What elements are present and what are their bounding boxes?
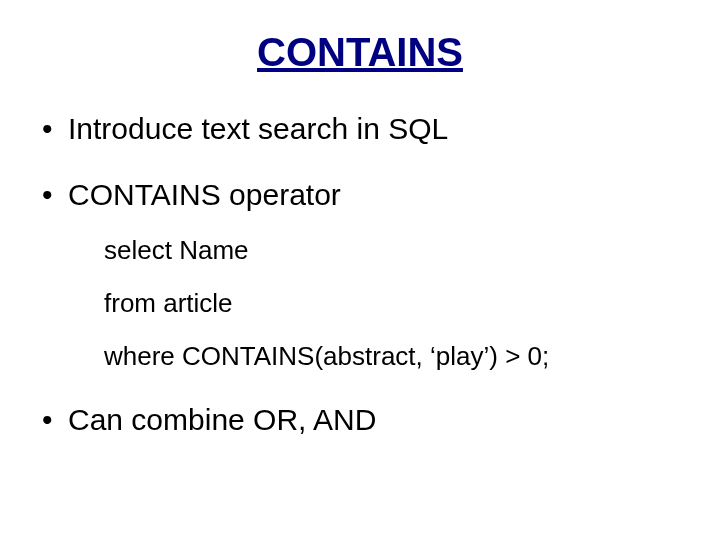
bullet-text: Can combine OR, AND [68,403,376,436]
code-line-from: from article [104,288,690,319]
bullet-item-combine: Can combine OR, AND [40,401,690,439]
code-line-select: select Name [104,235,690,266]
code-block: select Name from article where CONTAINS(… [104,235,690,373]
bullet-item-operator: CONTAINS operator select Name from artic… [40,176,690,373]
bullet-text: CONTAINS operator [68,178,341,211]
slide: CONTAINS Introduce text search in SQL CO… [0,0,720,540]
code-line-where: where CONTAINS(abstract, ‘play’) > 0; [104,341,690,372]
bullet-item-intro: Introduce text search in SQL [40,110,690,148]
bullet-text: Introduce text search in SQL [68,112,448,145]
bullet-list: Introduce text search in SQL CONTAINS op… [30,110,690,438]
slide-title: CONTAINS [30,30,690,75]
